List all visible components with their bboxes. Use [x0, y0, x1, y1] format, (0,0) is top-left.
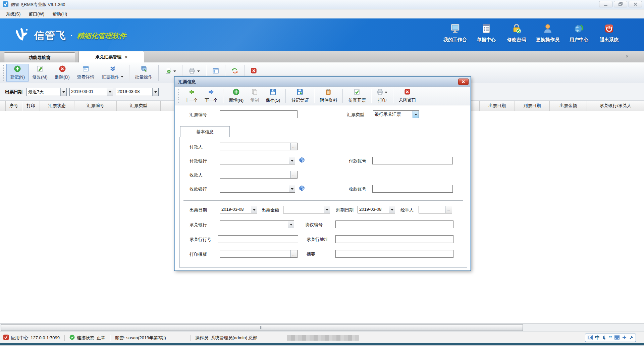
table-header-accept-bank[interactable]: 承兑银行/承兑人: [587, 101, 644, 111]
payee-field[interactable]: …: [220, 171, 298, 179]
copy-button[interactable]: 复制: [247, 88, 262, 104]
ime-settings-wrench-icon[interactable]: [629, 335, 633, 341]
menu-window[interactable]: 窗口(W): [24, 10, 48, 18]
bill-no-input[interactable]: [220, 111, 297, 118]
payer-account-field[interactable]: [372, 157, 453, 164]
end-date-combo[interactable]: 2019-03-08: [116, 88, 159, 96]
table-header-amount[interactable]: 出票金额: [550, 101, 587, 111]
payer-input[interactable]: [220, 143, 290, 150]
accept-bank-no-field[interactable]: [218, 235, 298, 243]
dialog-close-button[interactable]: [458, 79, 469, 85]
horizontal-scrollbar[interactable]: [0, 323, 644, 332]
register-button[interactable]: 登记(N): [6, 64, 29, 82]
simulate-invoice-button[interactable]: 仿真开票: [345, 88, 369, 104]
ime-logo-icon[interactable]: [588, 335, 593, 341]
workbench-button[interactable]: 我的工作台: [443, 23, 467, 43]
print-button[interactable]: [184, 64, 204, 78]
minimize-button[interactable]: [599, 1, 612, 7]
table-header-bill-type[interactable]: 汇票类型: [117, 101, 161, 111]
batch-actions-button[interactable]: 批量操作: [131, 64, 156, 82]
tab-basic-info[interactable]: 基本信息: [180, 126, 230, 137]
refresh-button[interactable]: [227, 64, 242, 78]
table-header-issue-date[interactable]: 出票日期: [480, 101, 515, 111]
menu-system[interactable]: 系统(S): [2, 10, 24, 18]
tab-close-icon[interactable]: ×: [125, 55, 127, 59]
close-button[interactable]: [629, 1, 642, 7]
view-details-button[interactable]: 查看详情: [73, 64, 98, 82]
handler-field[interactable]: …: [419, 206, 452, 213]
user-center-button[interactable]: 用户中心: [568, 23, 590, 43]
close-panel-button[interactable]: [247, 64, 261, 78]
attachments-button[interactable]: 附件资料: [316, 88, 340, 104]
tabstrip-close-icon[interactable]: ×: [626, 53, 629, 59]
redacted-text: [287, 335, 359, 341]
payee-input[interactable]: [220, 171, 290, 178]
ellipsis-button[interactable]: …: [290, 171, 297, 178]
app-center-status: 应用中心: 127.0.0.1:7099: [3, 335, 60, 341]
ime-keyboard-icon[interactable]: [614, 335, 620, 341]
ellipsis-button[interactable]: …: [290, 250, 297, 257]
payee-account-input[interactable]: [373, 185, 452, 192]
table-header-print[interactable]: 打印: [22, 101, 40, 111]
delete-button[interactable]: 删除(D): [51, 64, 73, 82]
bank-book-icon[interactable]: [299, 185, 305, 192]
previous-button[interactable]: 上一个: [181, 88, 201, 104]
tab-function-nav[interactable]: 功能导航窗: [4, 52, 75, 62]
accept-bank-addr-input[interactable]: [336, 236, 453, 243]
payee-account-field[interactable]: [372, 185, 453, 193]
print-button[interactable]: 打印: [373, 88, 391, 104]
export-button[interactable]: [161, 64, 180, 78]
tab-acceptance-bill[interactable]: 承兑汇票管理 ×: [78, 51, 144, 62]
summary-input[interactable]: [336, 250, 453, 257]
dialog-titlebar[interactable]: 汇票信息: [175, 77, 470, 87]
print-template-input[interactable]: [220, 250, 290, 257]
payee-bank-combo[interactable]: [220, 185, 295, 193]
new-button[interactable]: 新增(N): [225, 88, 247, 104]
ime-toolbar[interactable]: 中 ”’: [585, 334, 636, 342]
bank-book-icon[interactable]: [299, 157, 305, 163]
next-button[interactable]: 下一个: [201, 88, 221, 104]
date-preset-combo[interactable]: 最近7天: [26, 88, 67, 96]
exit-system-button[interactable]: 退出系统: [598, 23, 620, 43]
switch-operator-button[interactable]: 更换操作员: [536, 23, 559, 43]
agreement-no-input[interactable]: [336, 221, 453, 228]
ellipsis-button[interactable]: …: [445, 206, 452, 213]
accept-bank-no-input[interactable]: [218, 236, 298, 243]
menu-help[interactable]: 帮助(H): [48, 10, 71, 18]
summary-field[interactable]: [335, 250, 453, 258]
ime-language-toggle[interactable]: 中: [595, 335, 600, 341]
modify-button[interactable]: 修改(M): [29, 64, 51, 82]
start-date-combo[interactable]: 2019-03-01: [69, 88, 113, 96]
document-center-button[interactable]: 单据中心: [476, 23, 497, 43]
table-header-status[interactable]: 汇票状态: [40, 101, 74, 111]
save-post-icon: [297, 89, 303, 96]
bill-actions-button[interactable]: 汇票操作: [98, 64, 127, 82]
payer-account-input[interactable]: [373, 157, 452, 164]
accept-bank-combo[interactable]: [220, 220, 294, 228]
ellipsis-button[interactable]: …: [290, 143, 297, 150]
table-header-seq[interactable]: 序号: [6, 101, 22, 111]
agreement-no-field[interactable]: [335, 220, 453, 228]
table-header-bill-no[interactable]: 汇票编号: [74, 101, 117, 111]
table-header-due-date[interactable]: 到票日期: [515, 101, 550, 111]
ime-symbols-icon[interactable]: [622, 335, 627, 341]
bill-type-combo[interactable]: 银行承兑汇票: [373, 110, 419, 118]
ime-fullhalf-moon-icon[interactable]: [602, 335, 606, 341]
issue-date-combo[interactable]: 2019-03-08: [220, 206, 257, 213]
payer-field[interactable]: …: [220, 143, 298, 150]
handler-input[interactable]: [419, 206, 445, 213]
amount-combo[interactable]: [283, 206, 330, 213]
ime-punctuation-toggle[interactable]: ”’: [609, 336, 612, 340]
post-voucher-button[interactable]: 转记凭证: [288, 88, 312, 104]
restore-button[interactable]: [614, 1, 627, 7]
columns-button[interactable]: [208, 64, 223, 78]
bill-no-field[interactable]: [220, 110, 298, 118]
accept-bank-addr-field[interactable]: [335, 235, 453, 243]
print-template-field[interactable]: …: [220, 250, 298, 258]
scrollbar-thumb[interactable]: [1, 324, 523, 331]
payer-bank-combo[interactable]: [220, 157, 295, 164]
due-date-combo[interactable]: 2019-03-08: [358, 206, 395, 213]
change-password-button[interactable]: 修改密码: [506, 23, 527, 43]
save-button[interactable]: 保存(S): [262, 88, 283, 104]
close-window-button[interactable]: 关闭窗口: [395, 88, 419, 104]
